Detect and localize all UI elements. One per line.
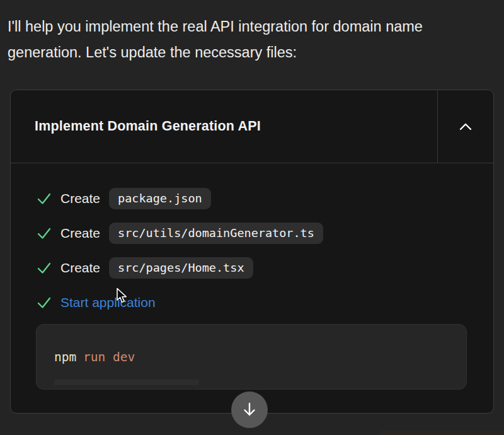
check-icon [36, 260, 52, 276]
start-application-link[interactable]: Start application [60, 295, 156, 310]
command-block: npmrun dev [36, 324, 467, 390]
task-action-label: Create [60, 226, 100, 241]
task-card-header: Implement Domain Generation API [11, 90, 493, 163]
task-row: Create package.json [36, 181, 467, 216]
arrow-down-icon [240, 400, 259, 419]
check-icon [36, 225, 52, 241]
task-row: Start application [36, 285, 467, 320]
assistant-message-text: I'll help you implement the real API int… [8, 14, 474, 66]
collapse-button[interactable] [437, 90, 493, 163]
faded-text-remnant [54, 380, 199, 385]
file-chip[interactable]: src/pages/Home.tsx [109, 257, 253, 279]
check-icon [36, 190, 52, 207]
command-text: npmrun dev [54, 350, 135, 364]
scroll-to-bottom-button[interactable] [231, 392, 268, 428]
partial-element-below [381, 431, 504, 435]
task-row: Create src/utils/domainGenerator.ts [36, 216, 467, 250]
chevron-up-icon [458, 121, 473, 132]
task-row: Create src/pages/Home.tsx [36, 250, 467, 285]
file-chip[interactable]: src/utils/domainGenerator.ts [109, 223, 323, 244]
command-program: npm [54, 350, 76, 364]
check-icon [36, 294, 52, 311]
file-chip[interactable]: package.json [109, 188, 211, 209]
task-action-label: Create [60, 260, 100, 276]
task-card: Implement Domain Generation API Create p… [10, 90, 494, 414]
task-list: Create package.json Create src/utils/dom… [11, 163, 493, 390]
task-action-label: Create [60, 191, 100, 206]
task-card-title: Implement Domain Generation API [11, 90, 437, 163]
command-args: run dev [83, 350, 135, 364]
